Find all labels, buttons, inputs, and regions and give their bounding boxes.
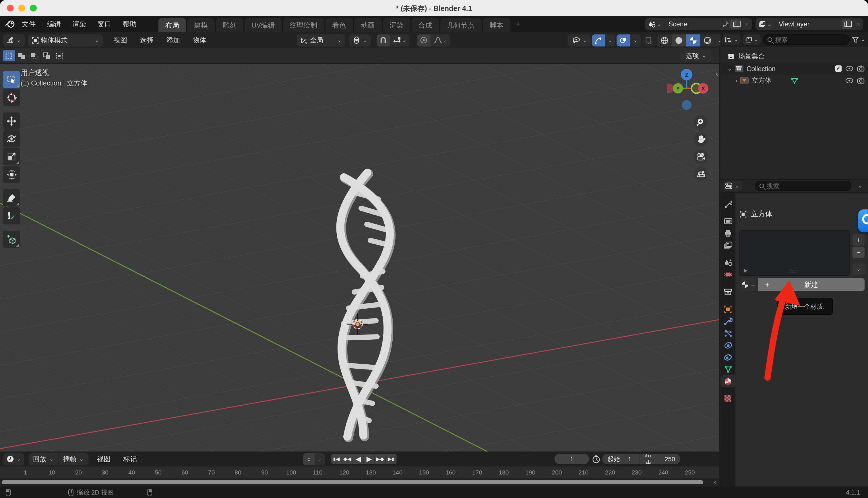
tab-modifiers[interactable] — [721, 315, 735, 327]
xray-toggle[interactable] — [643, 34, 656, 46]
camera-view-button[interactable] — [694, 150, 708, 163]
outliner-row-cube[interactable]: › 立方体 — [721, 75, 868, 87]
add-workspace-button[interactable]: + — [511, 17, 525, 31]
tab-material[interactable] — [721, 375, 735, 387]
scene-name[interactable]: Scene — [664, 21, 722, 28]
resize-grip[interactable]: ::::: — [790, 268, 799, 274]
frame-label[interactable]: 130 — [358, 467, 384, 478]
frame-label[interactable]: 140 — [384, 467, 411, 478]
navigation-gizmo[interactable]: Y X Z — [667, 69, 709, 110]
transform-tool[interactable] — [3, 166, 20, 183]
next-keyframe-button[interactable]: ▶◆ — [375, 454, 386, 464]
tab-output[interactable] — [721, 227, 735, 239]
frame-label[interactable]: 210 — [570, 467, 597, 478]
stopwatch-icon[interactable] — [592, 455, 600, 463]
frame-label[interactable]: 90 — [251, 467, 278, 478]
properties-editor-button[interactable]: ⌄ — [723, 181, 741, 191]
select-set-mode-button[interactable] — [3, 50, 15, 61]
workspace-tab[interactable]: 几何节点 — [440, 18, 481, 32]
options-button[interactable]: 选项 ⌄ — [681, 50, 711, 61]
workspace-tab[interactable]: 动画 — [354, 18, 381, 32]
browse-material-button[interactable]: ⌄ — [739, 278, 756, 291]
menu-item[interactable]: 帮助 — [117, 16, 142, 32]
frame-label[interactable]: 230 — [623, 467, 650, 478]
timeline-editor-type-button[interactable]: ⌄ — [3, 453, 24, 465]
outliner-display-mode-button[interactable]: ⌄ — [722, 35, 740, 45]
scale-tool[interactable] — [3, 148, 20, 165]
workspace-tab[interactable]: 建模 — [187, 18, 215, 32]
transform-orientation-select[interactable]: 全局 ⌄ — [297, 34, 345, 46]
viewport-menu-item[interactable]: 选择 — [133, 35, 160, 45]
expand-icon[interactable]: › — [735, 78, 737, 83]
timeline-marker-menu[interactable]: 标记 — [117, 454, 143, 464]
frame-label[interactable]: 200 — [544, 467, 570, 478]
frame-label[interactable]: 20 — [65, 467, 92, 478]
menu-item[interactable]: 编辑 — [41, 16, 67, 32]
jump-to-start-button[interactable]: ▮◀ — [331, 454, 342, 464]
gizmo-dropdown-button[interactable]: ⌄ — [605, 34, 615, 46]
remove-material-slot-button[interactable]: − — [853, 247, 865, 258]
select-extend-mode-button[interactable] — [15, 50, 28, 61]
annotate-tool[interactable] — [3, 189, 20, 207]
playback-menu[interactable]: 回放 ⌄ — [28, 453, 58, 465]
frame-label[interactable]: 220 — [597, 467, 623, 478]
tab-scene[interactable] — [721, 257, 735, 268]
viewport-menu-item[interactable]: 视图 — [107, 35, 133, 45]
viewlayer-name[interactable]: ViewLayer — [774, 21, 840, 28]
viewlayer-selector[interactable]: ⌄ ViewLayer ✕ — [755, 18, 864, 30]
proportional-falloff-button[interactable]: ⌄ — [430, 34, 450, 46]
orthographic-grid-button[interactable] — [694, 167, 708, 181]
rendered-shading-button[interactable] — [700, 34, 715, 46]
prev-keyframe-button[interactable]: ◆◀ — [342, 454, 353, 464]
material-specials-button[interactable]: ⌄ — [853, 263, 865, 275]
tab-object[interactable] — [721, 303, 735, 315]
select-invert-mode-button[interactable] — [41, 50, 53, 61]
auto-keying-dropdown[interactable]: ⌄ — [314, 453, 325, 465]
snap-toggle[interactable] — [377, 34, 390, 46]
viewport-menu-item[interactable]: 添加 — [160, 35, 186, 45]
tab-particles[interactable] — [721, 327, 735, 339]
proportional-edit-toggle[interactable] — [417, 34, 430, 46]
pivot-point-button[interactable]: ⌄ — [349, 34, 371, 46]
tab-physics[interactable] — [721, 339, 735, 351]
zoom-button[interactable] — [694, 115, 708, 129]
select-subtract-mode-button[interactable] — [28, 50, 41, 61]
tab-object-data[interactable] — [721, 363, 735, 375]
frame-ruler[interactable]: 1102030405060708090100110120130140150160… — [0, 467, 719, 478]
wireframe-shading-button[interactable] — [657, 34, 672, 46]
add-cube-tool[interactable] — [3, 231, 20, 248]
frame-label[interactable]: 180 — [491, 467, 517, 478]
pan-hand-button[interactable] — [694, 132, 708, 146]
new-viewlayer-button[interactable] — [841, 19, 852, 29]
expander-triangle-icon[interactable]: ▶ — [744, 268, 748, 273]
jump-to-end-button[interactable]: ▶▮ — [386, 454, 397, 464]
collapse-arrow-icon[interactable]: ‹ — [714, 479, 716, 485]
workspace-tab[interactable]: 雕刻 — [216, 18, 243, 32]
frame-label[interactable]: 110 — [305, 467, 331, 478]
hide-viewport-icon[interactable] — [846, 66, 853, 71]
workspace-tab[interactable]: 着色 — [325, 18, 353, 32]
frame-label[interactable]: 120 — [331, 467, 358, 478]
add-material-slot-button[interactable]: ＋ — [853, 234, 865, 246]
unlink-scene-button[interactable]: ✕ — [741, 21, 752, 27]
properties-search[interactable] — [755, 181, 852, 191]
tab-render[interactable] — [721, 215, 735, 227]
frame-label[interactable]: 50 — [145, 467, 172, 478]
outliner-filter-button[interactable]: ⌄ — [852, 37, 866, 43]
menu-item[interactable]: 窗口 — [92, 16, 117, 32]
tab-view-layer[interactable] — [721, 239, 735, 251]
frame-label[interactable]: 30 — [92, 467, 118, 478]
frame-label[interactable]: 250 — [676, 467, 703, 478]
collapse-sidebar-icon[interactable]: ‹ — [716, 69, 718, 78]
frame-label[interactable]: 170 — [464, 467, 491, 478]
tab-tool[interactable] — [721, 198, 735, 210]
viewlayer-browse-button[interactable]: ⌄ — [755, 18, 774, 30]
tab-texture[interactable] — [721, 392, 735, 405]
disable-render-icon[interactable] — [857, 77, 865, 84]
collapse-icon[interactable]: ⌄ — [727, 66, 732, 71]
frame-label[interactable]: 100 — [278, 467, 305, 478]
keying-menu[interactable]: 插帧 ⌄ — [58, 453, 88, 465]
outliner-row-scene-collection[interactable]: 场景集合 — [721, 51, 868, 63]
hide-viewport-icon[interactable] — [846, 78, 853, 83]
mode-select[interactable]: 物体模式 ⌄ — [28, 34, 103, 46]
